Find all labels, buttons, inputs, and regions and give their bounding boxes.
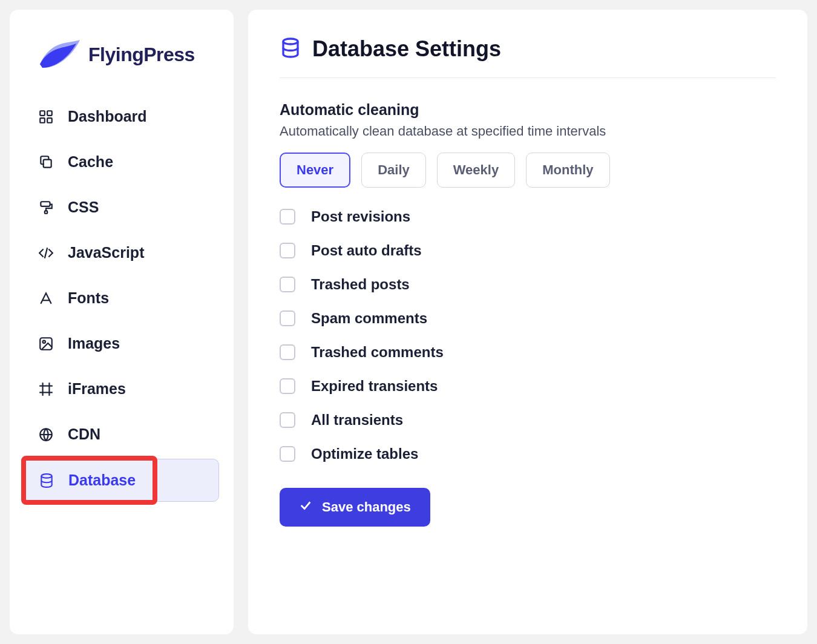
save-button[interactable]: Save changes: [280, 488, 430, 527]
option-label: Post revisions: [311, 208, 410, 225]
sidebar-item-cache[interactable]: Cache: [24, 141, 219, 183]
sidebar-item-label: CDN: [68, 426, 100, 443]
main-panel: Database Settings Automatic cleaning Aut…: [248, 10, 807, 634]
sidebar-item-label: iFrames: [68, 380, 126, 398]
svg-rect-3: [47, 118, 52, 123]
svg-rect-1: [47, 111, 52, 116]
svg-rect-5: [41, 202, 50, 206]
option-label: Expired transients: [311, 378, 438, 395]
option-label: Post auto drafts: [311, 242, 422, 259]
option-trashed-posts: Trashed posts: [280, 276, 776, 293]
grid-icon: [38, 108, 54, 125]
sidebar-item-label: CSS: [68, 199, 99, 216]
sidebar-item-label: Dashboard: [68, 108, 147, 125]
brand-name: FlyingPress: [88, 44, 195, 66]
option-label: Trashed comments: [311, 344, 444, 361]
option-label: Spam comments: [311, 310, 427, 327]
page-title: Database Settings: [312, 36, 501, 62]
page-header: Database Settings: [280, 36, 776, 78]
option-post-auto-drafts: Post auto drafts: [280, 242, 776, 259]
sidebar-item-images[interactable]: Images: [24, 323, 219, 364]
sidebar-item-dashboard[interactable]: Dashboard: [24, 96, 219, 137]
sidebar-item-label: Cache: [68, 153, 113, 171]
svg-point-17: [41, 474, 51, 478]
checkbox[interactable]: [280, 243, 295, 258]
interval-weekly[interactable]: Weekly: [437, 153, 515, 188]
option-optimize-tables: Optimize tables: [280, 445, 776, 462]
svg-rect-2: [40, 118, 45, 123]
checkbox[interactable]: [280, 310, 295, 326]
sidebar-item-cdn[interactable]: CDN: [24, 413, 219, 455]
sidebar-item-label: JavaScript: [68, 244, 144, 261]
svg-point-18: [283, 39, 298, 44]
checkbox[interactable]: [280, 446, 295, 462]
checkbox[interactable]: [280, 378, 295, 394]
brand-logo: FlyingPress: [39, 38, 219, 71]
checkbox[interactable]: [280, 344, 295, 360]
sidebar-item-label: Images: [68, 335, 120, 352]
sidebar-item-css[interactable]: CSS: [24, 186, 219, 228]
checkbox[interactable]: [280, 412, 295, 428]
checkbox[interactable]: [280, 277, 295, 292]
option-spam-comments: Spam comments: [280, 310, 776, 327]
svg-line-7: [45, 248, 47, 258]
sidebar-nav: Dashboard Cache CSS JavaScript: [24, 96, 219, 502]
section-description: Automatically clean database at specifie…: [280, 123, 776, 139]
sidebar-item-iframes[interactable]: iFrames: [24, 368, 219, 410]
sidebar-item-javascript[interactable]: JavaScript: [24, 232, 219, 274]
paint-icon: [38, 199, 54, 216]
font-icon: [38, 290, 54, 307]
checkbox[interactable]: [280, 209, 295, 225]
database-icon: [280, 37, 301, 61]
cleanup-options-list: Post revisions Post auto drafts Trashed …: [280, 208, 776, 462]
option-trashed-comments: Trashed comments: [280, 344, 776, 361]
option-expired-transients: Expired transients: [280, 378, 776, 395]
brand-mark-icon: [39, 38, 81, 71]
image-icon: [38, 335, 54, 352]
svg-point-10: [43, 340, 45, 343]
option-label: Trashed posts: [311, 276, 410, 293]
svg-rect-4: [44, 159, 51, 167]
svg-rect-0: [40, 111, 45, 116]
option-all-transients: All transients: [280, 412, 776, 429]
copy-icon: [38, 154, 54, 171]
frame-icon: [38, 381, 54, 398]
option-label: Optimize tables: [311, 445, 418, 462]
sidebar: FlyingPress Dashboard Cache CSS: [10, 10, 234, 634]
check-icon: [299, 499, 312, 516]
interval-monthly[interactable]: Monthly: [526, 153, 609, 188]
sidebar-item-database[interactable]: Database: [24, 459, 219, 502]
sidebar-item-fonts[interactable]: Fonts: [24, 277, 219, 319]
option-post-revisions: Post revisions: [280, 208, 776, 225]
interval-never[interactable]: Never: [280, 153, 350, 188]
section-title: Automatic cleaning: [280, 101, 776, 119]
option-label: All transients: [311, 412, 403, 429]
svg-rect-9: [40, 338, 52, 350]
svg-rect-6: [45, 211, 47, 213]
sidebar-item-label: Fonts: [68, 289, 109, 307]
code-icon: [38, 245, 54, 261]
database-icon: [38, 472, 55, 489]
interval-daily[interactable]: Daily: [361, 153, 426, 188]
globe-icon: [38, 426, 54, 443]
cleaning-interval-group: Never Daily Weekly Monthly: [280, 153, 776, 188]
save-button-label: Save changes: [322, 499, 411, 515]
sidebar-item-label: Database: [68, 472, 136, 489]
